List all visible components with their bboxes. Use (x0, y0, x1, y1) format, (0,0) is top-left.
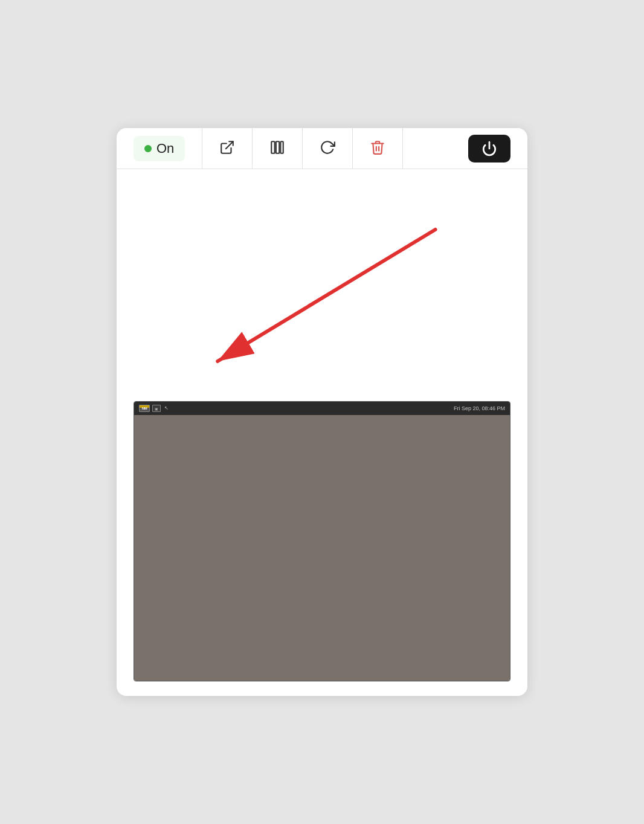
columns-icon (269, 140, 285, 158)
content-area (117, 169, 527, 401)
delete-button[interactable] (353, 128, 403, 169)
status-badge-container[interactable]: On (117, 128, 202, 169)
status-badge: On (134, 136, 185, 161)
status-label: On (156, 141, 174, 156)
power-button[interactable] (451, 128, 527, 169)
delete-icon (370, 140, 385, 158)
desktop-frame: NM ▣ ↖ Fri Sep 20, 08:46 PM (134, 401, 510, 681)
arrow-container (131, 181, 513, 387)
columns-button[interactable] (253, 128, 303, 169)
svg-line-0 (226, 141, 233, 149)
taskbar-terminal-icon: ▣ (152, 405, 161, 412)
svg-rect-1 (272, 141, 275, 153)
main-card: On (117, 128, 527, 696)
svg-rect-3 (281, 141, 283, 153)
desktop-wrapper: NM ▣ ↖ Fri Sep 20, 08:46 PM (117, 401, 527, 696)
svg-rect-2 (276, 141, 279, 153)
refresh-icon (320, 140, 335, 158)
taskbar-cursor: ↖ (164, 405, 168, 411)
taskbar-nm-icon: NM (139, 405, 150, 412)
power-btn-inner (468, 135, 510, 163)
taskbar-left: NM ▣ ↖ (139, 405, 168, 412)
toolbar: On (117, 128, 527, 169)
desktop-taskbar: NM ▣ ↖ Fri Sep 20, 08:46 PM (134, 402, 510, 415)
annotation-arrow (131, 181, 513, 387)
svg-line-6 (217, 230, 435, 361)
open-external-button[interactable] (202, 128, 253, 169)
open-external-icon (219, 140, 235, 158)
desktop-body (134, 415, 510, 681)
refresh-button[interactable] (303, 128, 353, 169)
status-dot (144, 145, 152, 152)
taskbar-clock: Fri Sep 20, 08:46 PM (454, 405, 505, 411)
power-icon (481, 141, 497, 156)
